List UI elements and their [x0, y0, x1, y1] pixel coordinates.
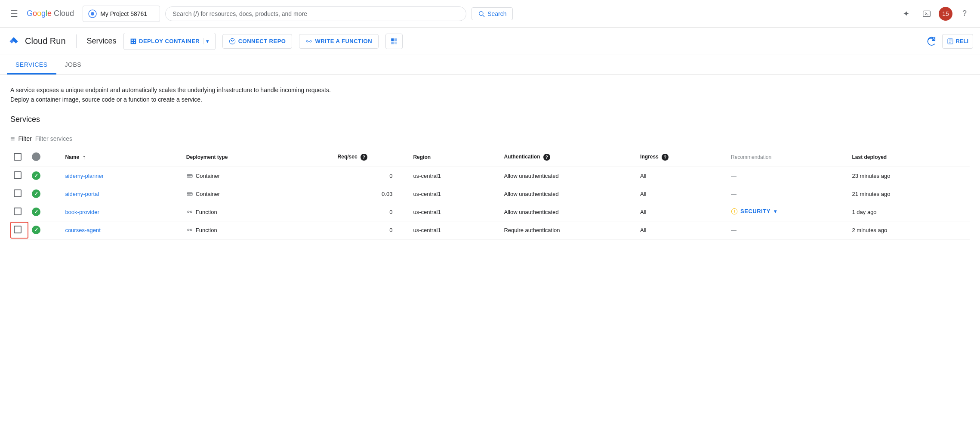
- reli-label: RELI: [955, 38, 968, 44]
- project-selector[interactable]: My Project 58761: [83, 6, 160, 22]
- table-icon: [390, 37, 398, 45]
- svg-point-28: [189, 194, 190, 195]
- recommendation-badge[interactable]: SECURITY ▾: [731, 208, 777, 215]
- refresh-button[interactable]: [923, 34, 939, 49]
- recommendation-dropdown-icon[interactable]: ▾: [774, 208, 777, 214]
- auth-value: Require authentication: [504, 227, 560, 233]
- cloud-run-logo: Cloud Run: [7, 34, 66, 48]
- status-green-icon: [32, 226, 40, 234]
- svg-rect-14: [394, 38, 397, 41]
- last-deployed-value: 1 day ago: [852, 209, 877, 215]
- function-icon: [305, 38, 312, 45]
- th-req-sec[interactable]: Req/sec ?: [334, 147, 410, 167]
- svg-point-24: [190, 176, 191, 177]
- table-view-button[interactable]: [385, 34, 403, 49]
- auth-value: Allow unauthenticated: [504, 209, 558, 215]
- hamburger-menu-icon[interactable]: ☰: [7, 5, 22, 22]
- cell-deploy-type: Function: [183, 221, 334, 239]
- terminal-icon-button[interactable]: [918, 5, 935, 22]
- service-name-link[interactable]: courses-agent: [65, 227, 100, 233]
- reli-icon: [947, 38, 954, 45]
- terminal-icon: [922, 9, 931, 18]
- deploy-type-label: Container: [196, 173, 220, 179]
- cell-deploy-type: Function: [183, 203, 334, 221]
- project-icon: [88, 9, 97, 18]
- region-value: us-central1: [413, 209, 441, 215]
- deploy-type-label: Function: [196, 209, 217, 215]
- write-function-button[interactable]: WRITE A FUNCTION: [299, 34, 379, 49]
- cell-status: [28, 203, 62, 221]
- th-authentication[interactable]: Authentication ?: [500, 147, 637, 167]
- svg-point-23: [189, 176, 190, 177]
- deploy-dropdown-icon[interactable]: ▾: [203, 38, 209, 44]
- th-last-deployed[interactable]: Last deployed: [849, 147, 970, 167]
- user-avatar[interactable]: 15: [939, 7, 952, 21]
- service-name-link[interactable]: aidemy-planner: [65, 173, 104, 179]
- svg-point-36: [187, 229, 189, 231]
- cell-checkbox[interactable]: [10, 203, 28, 221]
- search-bar[interactable]: Search (/) for resources, docs, products…: [165, 6, 466, 21]
- cell-checkbox[interactable]: [10, 221, 28, 239]
- help-icon-button[interactable]: ?: [956, 5, 973, 22]
- cell-checkbox[interactable]: [10, 185, 28, 203]
- th-deployment-type[interactable]: Deployment type: [183, 147, 334, 167]
- last-deployed-value: 23 minutes ago: [852, 173, 891, 179]
- tab-jobs[interactable]: JOBS: [56, 55, 90, 74]
- table-header-row: Name ↑ Deployment type Req/sec ? Region: [10, 147, 970, 167]
- status-green-icon: [32, 189, 40, 198]
- cell-checkbox[interactable]: [10, 167, 28, 185]
- search-button[interactable]: Search: [472, 7, 513, 20]
- cell-auth: Require authentication: [500, 221, 637, 239]
- cell-recommendation: SECURITY ▾: [727, 203, 848, 221]
- svg-point-9: [231, 40, 232, 41]
- auth-info-icon[interactable]: ?: [543, 154, 550, 161]
- filter-label[interactable]: Filter: [18, 135, 32, 142]
- row-checkbox[interactable]: [14, 208, 22, 215]
- req-sec-value: 0: [389, 209, 392, 215]
- deploy-type-label: Function: [196, 227, 217, 233]
- ingress-value: All: [640, 209, 646, 215]
- connect-repo-button[interactable]: CONNECT REPO: [222, 34, 293, 49]
- row-checkbox[interactable]: [14, 226, 22, 233]
- cell-region: us-central1: [410, 221, 500, 239]
- container-deploy-icon: [186, 172, 193, 179]
- cell-ingress: All: [637, 203, 727, 221]
- tab-services[interactable]: SERVICES: [7, 55, 56, 74]
- filter-input-placeholder[interactable]: Filter services: [35, 135, 72, 142]
- cell-deploy-type: Container: [183, 167, 334, 185]
- req-sec-value: 0: [389, 227, 392, 233]
- region-value: us-central1: [413, 227, 441, 233]
- sparkle-icon-button[interactable]: ✦: [897, 5, 915, 22]
- services-section-title: Services: [10, 115, 970, 124]
- auth-value: Allow unauthenticated: [504, 191, 558, 197]
- svg-point-22: [188, 176, 189, 177]
- security-rec-icon: [731, 208, 738, 215]
- cell-req-sec: 0: [334, 203, 410, 221]
- select-all-checkbox[interactable]: [14, 153, 22, 161]
- description-text: A service exposes a unique endpoint and …: [10, 85, 970, 105]
- row-checkbox[interactable]: [14, 171, 22, 179]
- th-region[interactable]: Region: [410, 147, 500, 167]
- reli-button[interactable]: RELI: [942, 34, 973, 49]
- svg-point-27: [188, 194, 189, 195]
- cell-deploy-type: Container: [183, 185, 334, 203]
- row-checkbox[interactable]: [14, 189, 22, 197]
- cell-ingress: All: [637, 167, 727, 185]
- filter-lines-icon: ≡: [10, 134, 15, 143]
- deploy-container-button[interactable]: ⊞ DEPLOY CONTAINER ▾: [123, 33, 216, 50]
- cell-last-deployed: 21 minutes ago: [849, 185, 970, 203]
- ingress-info-icon[interactable]: ?: [662, 154, 669, 161]
- service-name-link[interactable]: book-provider: [65, 209, 99, 215]
- service-name-link[interactable]: aidemy-portal: [65, 191, 99, 197]
- cell-last-deployed: 23 minutes ago: [849, 167, 970, 185]
- svg-point-35: [734, 212, 734, 213]
- th-select-all[interactable]: [10, 147, 28, 167]
- th-name[interactable]: Name ↑: [62, 147, 182, 167]
- cell-name: aidemy-planner: [62, 167, 182, 185]
- th-ingress[interactable]: Ingress ?: [637, 147, 727, 167]
- services-table-wrapper: Name ↑ Deployment type Req/sec ? Region: [10, 147, 970, 239]
- svg-line-3: [483, 15, 484, 17]
- req-sec-info-icon[interactable]: ?: [361, 154, 367, 161]
- nav-icons: ✦ 15 ?: [897, 5, 973, 22]
- cell-status: [28, 221, 62, 239]
